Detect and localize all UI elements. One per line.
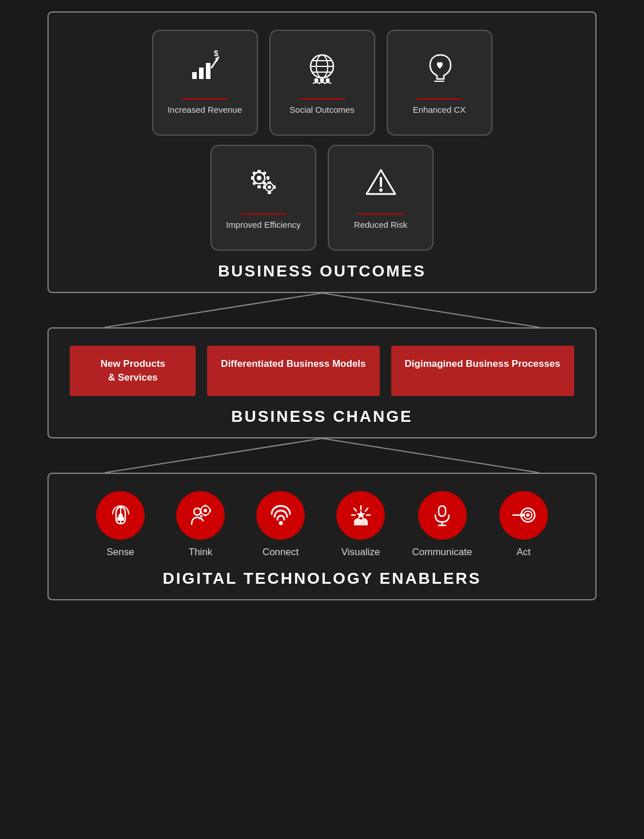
cx-icon <box>422 50 456 89</box>
social-icon <box>305 50 339 89</box>
change-card-digimagined: Digimagined Business Processes <box>391 346 574 396</box>
act-icon <box>511 502 536 528</box>
tech-item-act: Act <box>495 491 552 558</box>
tech-item-visualize: Visualize <box>332 491 389 558</box>
outcome-divider <box>299 98 345 100</box>
svg-line-50 <box>365 508 368 511</box>
digital-tech-section: Sense <box>47 473 597 600</box>
think-circle <box>176 491 225 540</box>
outcome-divider <box>182 98 228 100</box>
svg-point-32 <box>379 188 383 192</box>
tech-label-sense: Sense <box>106 547 134 558</box>
business-change-title: BUSINESS CHANGE <box>66 407 578 426</box>
connect-circle <box>256 491 305 540</box>
visualize-icon <box>348 502 373 528</box>
connector-2 <box>47 438 597 473</box>
business-change-section: New Products& Services Differentiated Bu… <box>47 327 597 438</box>
svg-point-25 <box>268 185 271 189</box>
outcome-label-risk: Reduced Risk <box>354 219 407 231</box>
digital-tech-title: DIGITAL TECHNOLOGY ENABLERS <box>66 569 578 588</box>
tech-label-visualize: Visualize <box>341 547 380 558</box>
svg-rect-20 <box>252 171 256 175</box>
change-label-diff-business: Differentiated Business Models <box>221 358 365 369</box>
outcome-divider <box>358 213 404 215</box>
svg-line-52 <box>354 508 356 511</box>
tech-item-sense: Sense <box>92 491 149 558</box>
change-card-new-products: New Products& Services <box>70 346 196 396</box>
svg-point-48 <box>279 521 283 525</box>
tech-label-communicate: Communicate <box>412 547 472 558</box>
outcomes-grid: $ Increased Revenue <box>66 30 578 251</box>
svg-point-47 <box>198 518 200 520</box>
tech-item-think: Think <box>172 491 229 558</box>
svg-point-46 <box>200 515 202 517</box>
think-icon <box>188 502 213 528</box>
connect-icon <box>268 502 293 528</box>
outcome-label-efficiency: Improved Efficiency <box>226 219 301 231</box>
act-circle <box>499 491 548 540</box>
svg-rect-44 <box>200 509 201 512</box>
communicate-circle <box>418 491 467 540</box>
outcome-label-social: Social Outcomes <box>289 104 354 116</box>
risk-icon <box>364 165 398 204</box>
outcomes-row-2: Improved Efficiency Reduced Risk <box>210 145 434 251</box>
revenue-icon: $ <box>188 50 222 89</box>
svg-rect-2 <box>206 63 210 79</box>
outcome-card-risk: Reduced Risk <box>328 145 434 251</box>
svg-rect-55 <box>439 506 446 516</box>
svg-rect-28 <box>263 185 265 189</box>
change-card-diff-business: Differentiated Business Models <box>207 346 379 396</box>
svg-line-36 <box>322 438 539 473</box>
svg-point-12 <box>320 78 324 82</box>
svg-rect-26 <box>268 181 271 184</box>
svg-marker-54 <box>356 510 365 519</box>
tech-label-connect: Connect <box>263 547 299 558</box>
svg-line-33 <box>105 293 322 327</box>
connector-1 <box>47 293 597 327</box>
change-grid: New Products& Services Differentiated Bu… <box>66 346 578 396</box>
svg-rect-29 <box>273 185 276 189</box>
tech-label-think: Think <box>189 547 213 558</box>
sense-icon <box>108 502 133 528</box>
svg-rect-1 <box>199 68 204 79</box>
svg-rect-42 <box>204 505 206 506</box>
outcome-card-efficiency: Improved Efficiency <box>210 145 316 251</box>
tech-item-connect: Connect <box>252 491 309 558</box>
svg-rect-16 <box>257 170 261 173</box>
tech-item-communicate: Communicate <box>412 491 472 558</box>
svg-rect-45 <box>209 509 211 512</box>
outcome-card-social: Social Outcomes <box>269 30 375 136</box>
outcome-label-revenue: Increased Revenue <box>168 104 242 116</box>
outcome-label-cx: Enhanced CX <box>413 104 466 116</box>
svg-line-34 <box>322 293 539 327</box>
svg-point-13 <box>326 78 330 82</box>
svg-marker-62 <box>521 513 526 517</box>
svg-line-35 <box>105 438 322 473</box>
outcomes-row-1: $ Increased Revenue <box>152 30 492 136</box>
svg-rect-0 <box>192 72 197 79</box>
tech-grid: Sense <box>66 491 578 558</box>
svg-rect-27 <box>268 192 271 194</box>
svg-rect-19 <box>267 176 269 180</box>
svg-point-60 <box>526 513 530 517</box>
business-outcomes-title: BUSINESS OUTCOMES <box>66 262 578 280</box>
svg-rect-17 <box>257 185 261 188</box>
change-label-new-products: New Products& Services <box>101 358 165 383</box>
svg-point-11 <box>315 78 319 82</box>
visualize-circle <box>336 491 385 540</box>
tech-label-act: Act <box>516 547 531 558</box>
svg-rect-18 <box>251 176 254 180</box>
svg-point-41 <box>204 509 207 512</box>
sense-circle <box>96 491 145 540</box>
outcome-divider <box>416 98 462 100</box>
svg-text:$: $ <box>214 50 218 58</box>
svg-point-15 <box>257 176 261 180</box>
change-label-digimagined: Digimagined Business Processes <box>405 358 560 369</box>
outcome-card-cx: Enhanced CX <box>387 30 492 136</box>
efficiency-icon <box>247 165 281 204</box>
outcome-card-revenue: $ Increased Revenue <box>152 30 258 136</box>
outcome-divider <box>241 213 287 215</box>
business-outcomes-section: $ Increased Revenue <box>47 11 597 293</box>
svg-rect-43 <box>204 515 206 516</box>
communicate-icon <box>430 502 455 528</box>
